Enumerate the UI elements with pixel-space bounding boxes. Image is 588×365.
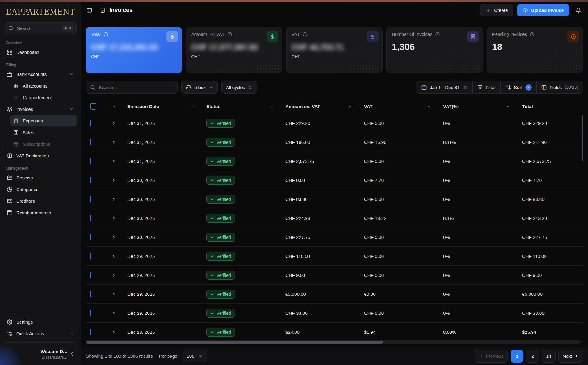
next-page-button[interactable]: Next xyxy=(558,350,583,363)
table-row[interactable]: Dec 30, 2025VerifiedCHF 0.00CHF 7.700%CH… xyxy=(86,171,583,190)
sidebar-item-reimbursements[interactable]: Reimbursements xyxy=(4,207,77,218)
row-expander[interactable] xyxy=(104,178,123,183)
column-menu-icon[interactable] xyxy=(269,104,274,109)
row-expander[interactable] xyxy=(104,140,123,145)
row-expander[interactable] xyxy=(104,292,123,297)
page-button-2[interactable]: 2 xyxy=(526,350,539,363)
stat-card-pending-invoices[interactable]: Pending Invoices18 xyxy=(487,27,583,73)
column-header-total[interactable]: Total xyxy=(518,104,583,109)
stat-card-number-of-invoices[interactable]: Number Of Invoices1,306 xyxy=(386,27,483,73)
stat-card-total[interactable]: TotalCHF 17,122,291.53CHF xyxy=(86,27,182,73)
table-row[interactable]: Dec 29, 2025VerifiedCHF 33.00CHF 0.000%C… xyxy=(86,304,583,323)
table-row[interactable]: Dec 31, 2025VerifiedCHF 196.00CHF 15.908… xyxy=(86,133,583,152)
row-checkbox[interactable] xyxy=(90,272,91,278)
stat-card-amount-ex-vat[interactable]: Amount Ex. VATCHF 17,077,587.82CHF xyxy=(186,27,282,73)
row-checkbox[interactable] xyxy=(90,253,91,259)
column-header-emission-date[interactable]: Emission Date xyxy=(123,104,202,109)
previous-page-button[interactable]: Previous xyxy=(475,350,508,363)
inbox-dropdown[interactable]: Inbox xyxy=(181,81,218,94)
row-expander[interactable] xyxy=(104,121,123,126)
stat-card-vat[interactable]: VATCHF 44,703.71CHF xyxy=(286,27,383,73)
row-checkbox[interactable] xyxy=(90,139,91,145)
column-menu-icon[interactable] xyxy=(506,104,511,109)
horizontal-scrollbar-thumb[interactable] xyxy=(86,341,383,344)
table-row[interactable]: Dec 29, 2025VerifiedCHF 110.00CHF 0.000%… xyxy=(86,247,583,266)
sidebar-item-sales[interactable]: Sales xyxy=(10,126,77,138)
horizontal-scrollbar-track[interactable] xyxy=(86,340,580,344)
column-header-amount-ex-vat[interactable]: Amount ex. VAT xyxy=(281,104,360,109)
table-row[interactable]: Dec 31, 2025VerifiedCHF 2,673.75CHF 0.00… xyxy=(86,152,583,171)
row-checkbox[interactable] xyxy=(90,310,91,316)
page-button-1[interactable]: 1 xyxy=(511,350,523,363)
funnel-icon xyxy=(477,85,483,90)
column-menu-icon[interactable] xyxy=(348,104,352,109)
row-expander[interactable] xyxy=(104,159,123,164)
table-row[interactable]: Dec 28, 2025Verified$24.00$1.948.08%$25.… xyxy=(86,323,583,342)
sidebar-item-invoices[interactable]: Invoices xyxy=(4,103,77,115)
table-row[interactable]: Dec 30, 2025VerifiedCHF 227.75CHF 0.000%… xyxy=(86,228,583,247)
table-row[interactable]: Dec 30, 2025VerifiedCHF 224.98CHF 18.228… xyxy=(86,209,583,228)
chevrons-up-down-icon xyxy=(70,352,75,356)
bell-icon[interactable] xyxy=(575,7,581,13)
row-checkbox[interactable] xyxy=(90,120,91,126)
table-row[interactable]: Dec 31, 2025VerifiedCHF 229.20CHF 0.000%… xyxy=(86,114,583,133)
cell-amount-ex-vat: CHF 227.75 xyxy=(281,235,360,240)
row-expander[interactable] xyxy=(104,197,123,202)
sidebar-item-lappartement[interactable]: L'appartement xyxy=(10,92,77,103)
table-search-input[interactable]: Search... xyxy=(86,81,178,94)
sidebar-item-settings[interactable]: Settings xyxy=(4,316,77,328)
date-range-chip[interactable]: Jan 1 - Dec 31 xyxy=(417,81,472,93)
row-checkbox[interactable] xyxy=(90,234,91,240)
filter-button[interactable]: Filter xyxy=(472,81,500,93)
row-expander[interactable] xyxy=(104,216,123,221)
sidebar-item-vat-declaration[interactable]: VAT Declaration xyxy=(4,150,77,161)
row-checkbox[interactable] xyxy=(90,177,91,183)
table-row[interactable]: Dec 29, 2025Verified€5,000.00€0.000%€5,0… xyxy=(86,285,583,304)
upload-invoice-button[interactable]: Upload Invoice xyxy=(517,4,569,16)
sidebar-item-subscriptions[interactable]: Subscriptions xyxy=(10,138,77,150)
sidebar-item-creditors[interactable]: Creditors xyxy=(4,195,77,207)
user-menu[interactable]: Wissam D... wissam.dars... xyxy=(4,346,77,362)
sidebar-item-bank-accounts[interactable]: Bank Accounts xyxy=(4,68,77,80)
select-all-checkbox[interactable] xyxy=(90,103,96,110)
vertical-scrollbar[interactable] xyxy=(582,115,583,161)
row-expander[interactable] xyxy=(104,273,123,278)
status-badge: Verified xyxy=(206,119,235,128)
column-header-status[interactable]: Status xyxy=(202,104,281,109)
cell-emission-date: Dec 31, 2025 xyxy=(123,121,202,126)
sidebar-item-categories[interactable]: Categories xyxy=(4,183,77,195)
row-expander[interactable] xyxy=(104,235,123,240)
column-header-vat[interactable]: VAT xyxy=(360,104,439,109)
sort-button[interactable]: Sort 2 xyxy=(500,81,536,93)
column-header-vat-[interactable]: VAT(%) xyxy=(439,104,518,109)
row-checkbox[interactable] xyxy=(90,215,91,221)
row-expander[interactable] xyxy=(104,311,123,316)
expander-header-cell[interactable] xyxy=(104,104,123,109)
fields-button[interactable]: Fields (10/16) xyxy=(536,81,583,93)
sidebar-toggle-icon[interactable] xyxy=(86,7,92,13)
sidebar-item-projects[interactable]: Projects xyxy=(4,172,77,183)
sidebar-item-quick-actions[interactable]: Quick Actions xyxy=(4,328,77,339)
sidebar-item-dashboard[interactable]: Dashboard xyxy=(4,46,77,58)
sidebar-search-placeholder: Search xyxy=(17,26,32,31)
folder-icon xyxy=(7,175,13,181)
per-page-select[interactable]: 100 xyxy=(183,350,207,362)
row-checkbox[interactable] xyxy=(90,329,91,335)
clear-date-icon[interactable] xyxy=(463,85,468,90)
sidebar-item-all-accounts[interactable]: All accounts xyxy=(10,80,77,92)
status-badge: Verified xyxy=(206,214,235,223)
row-expander[interactable] xyxy=(104,254,123,259)
row-checkbox[interactable] xyxy=(90,196,91,202)
column-menu-icon[interactable] xyxy=(190,104,195,109)
row-checkbox[interactable] xyxy=(90,158,91,164)
table-row[interactable]: Dec 29, 2025VerifiedCHF 9.00CHF 0.000%CH… xyxy=(86,266,583,285)
cycles-select[interactable]: All cycles xyxy=(221,81,257,94)
row-expander[interactable] xyxy=(104,330,123,335)
row-checkbox[interactable] xyxy=(90,291,91,297)
create-button[interactable]: Create xyxy=(480,4,513,16)
page-button-14[interactable]: 14 xyxy=(542,350,556,363)
column-menu-icon[interactable] xyxy=(427,104,432,109)
sidebar-item-expenses[interactable]: Expenses xyxy=(10,115,77,126)
table-row[interactable]: Dec 30, 2025VerifiedCHF 83.80CHF 0.000%C… xyxy=(86,190,583,209)
sidebar-search[interactable]: Search ⌘ K xyxy=(4,22,77,34)
